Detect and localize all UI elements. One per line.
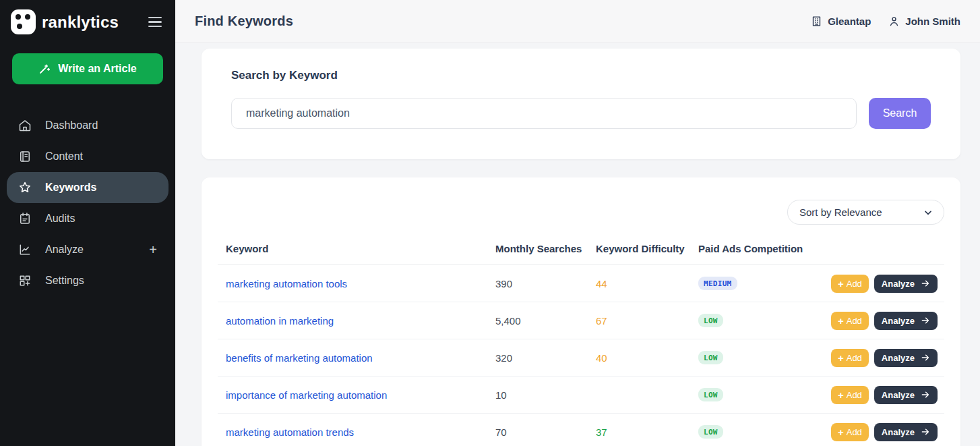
keywords-table: Keyword Monthly Searches Keyword Difficu… [218, 233, 944, 446]
arrow-right-icon [921, 427, 930, 437]
widgets-icon [18, 274, 32, 287]
page-content: Search by Keyword Search Sort by Relevan… [175, 43, 980, 446]
chevron-down-icon [923, 207, 933, 218]
plus-icon: + [838, 353, 844, 363]
table-header-row: Keyword Monthly Searches Keyword Difficu… [218, 233, 944, 265]
add-keyword-button[interactable]: +Add [831, 423, 869, 441]
top-header: Find Keywords Gleantap John Smith [175, 0, 980, 43]
keyword-difficulty-value: 67 [596, 315, 698, 327]
add-keyword-button[interactable]: +Add [831, 312, 869, 330]
content-icon [18, 150, 32, 163]
analyze-button-label: Analyze [882, 353, 915, 363]
write-article-button[interactable]: Write an Article [12, 53, 163, 84]
analyze-button-label: Analyze [882, 390, 915, 400]
analyze-button-label: Analyze [882, 279, 915, 289]
competition-badge: LOW [698, 388, 723, 401]
write-article-label: Write an Article [58, 63, 136, 75]
add-keyword-button[interactable]: +Add [831, 386, 869, 404]
user-menu[interactable]: John Smith [888, 16, 960, 27]
search-card: Search by Keyword Search [202, 49, 960, 159]
analyze-button[interactable]: Analyze [874, 275, 938, 293]
column-header-monthly-searches: Monthly Searches [495, 243, 596, 254]
competition-badge: MEDIUM [698, 277, 737, 290]
header-right: Gleantap John Smith [811, 16, 960, 27]
arrow-right-icon [921, 279, 930, 288]
logo-row: ranklytics [0, 0, 175, 41]
column-header-keyword-difficulty: Keyword Difficulty [596, 243, 698, 254]
home-icon [18, 119, 32, 132]
plus-icon: + [838, 279, 844, 289]
sidebar-item-analyze[interactable]: Analyze + [7, 234, 169, 265]
keyword-link[interactable]: marketing automation tools [226, 278, 495, 289]
sidebar-item-label: Analyze [45, 244, 84, 256]
row-actions: +Add Analyze [831, 386, 938, 404]
search-row: Search [231, 98, 931, 129]
arrow-right-icon [921, 353, 930, 362]
user-icon [888, 16, 900, 27]
sort-dropdown-value: Sort by Relevance [799, 206, 882, 218]
column-header-paid-ads-competition: Paid Ads Competition [698, 243, 938, 254]
monthly-searches-value: 70 [495, 426, 596, 438]
analyze-button[interactable]: Analyze [874, 423, 938, 441]
competition-badge: LOW [698, 314, 723, 327]
row-actions: +Add Analyze [831, 423, 938, 441]
analyze-add-icon[interactable]: + [149, 243, 157, 256]
workspace-switcher[interactable]: Gleantap [811, 16, 871, 27]
keyword-difficulty-value: 44 [596, 278, 698, 289]
row-actions: +Add Analyze [831, 275, 938, 293]
sidebar-item-content[interactable]: Content [7, 141, 169, 172]
magic-wand-icon [38, 63, 51, 75]
analyze-button[interactable]: Analyze [874, 386, 938, 404]
line-chart-icon [18, 243, 32, 256]
keyword-link[interactable]: automation in marketing [226, 315, 495, 327]
star-icon [18, 181, 32, 194]
results-card: Sort by Relevance Keyword Monthly Search… [202, 177, 960, 446]
arrow-right-icon [921, 316, 930, 325]
main-area: Find Keywords Gleantap John Smith [175, 0, 980, 446]
workspace-name: Gleantap [828, 16, 871, 27]
column-header-keyword: Keyword [226, 243, 495, 254]
row-actions: +Add Analyze [831, 312, 938, 330]
keyword-link[interactable]: marketing automation trends [226, 426, 495, 438]
sort-dropdown[interactable]: Sort by Relevance [787, 200, 944, 225]
keyword-link[interactable]: benefits of marketing automation [226, 352, 495, 364]
keyword-search-input[interactable] [231, 98, 857, 129]
sidebar-item-dashboard[interactable]: Dashboard [7, 110, 169, 141]
sidebar-item-audits[interactable]: Audits [7, 203, 169, 234]
add-button-label: Add [847, 390, 862, 400]
analyze-button-label: Analyze [882, 427, 915, 437]
clipboard-icon [18, 212, 32, 225]
sidebar-item-settings[interactable]: Settings [7, 265, 169, 296]
sidebar-item-label: Audits [45, 213, 75, 225]
brand-name: ranklytics [42, 13, 119, 32]
keyword-difficulty-value: 40 [596, 352, 698, 364]
sort-row: Sort by Relevance [218, 200, 944, 225]
add-button-label: Add [847, 353, 862, 363]
analyze-button[interactable]: Analyze [874, 349, 938, 367]
analyze-button[interactable]: Analyze [874, 312, 938, 330]
search-button[interactable]: Search [869, 98, 931, 129]
monthly-searches-value: 390 [495, 278, 596, 289]
search-heading: Search by Keyword [231, 69, 931, 82]
user-name: John Smith [905, 16, 960, 27]
add-button-label: Add [847, 427, 862, 437]
add-keyword-button[interactable]: +Add [831, 349, 869, 367]
plus-icon: + [838, 427, 844, 437]
table-row: benefits of marketing automation 320 40 … [218, 339, 944, 377]
keyword-link[interactable]: importance of marketing automation [226, 389, 495, 401]
sidebar-item-label: Dashboard [45, 119, 98, 132]
competition-badge: LOW [698, 351, 723, 364]
table-row: automation in marketing 5,400 67 LOW +Ad… [218, 302, 944, 339]
sidebar-item-keywords[interactable]: Keywords [7, 172, 169, 203]
hamburger-menu-icon[interactable] [148, 11, 162, 33]
monthly-searches-value: 5,400 [495, 315, 596, 327]
table-row: marketing automation trends 70 37 LOW +A… [218, 414, 944, 446]
page-title: Find Keywords [195, 13, 293, 29]
table-row: importance of marketing automation 10 LO… [218, 377, 944, 414]
add-keyword-button[interactable]: +Add [831, 275, 869, 293]
competition-badge: LOW [698, 425, 723, 439]
analyze-button-label: Analyze [882, 316, 915, 326]
sidebar-item-label: Settings [45, 275, 84, 287]
monthly-searches-value: 320 [495, 352, 596, 364]
add-button-label: Add [847, 279, 862, 289]
